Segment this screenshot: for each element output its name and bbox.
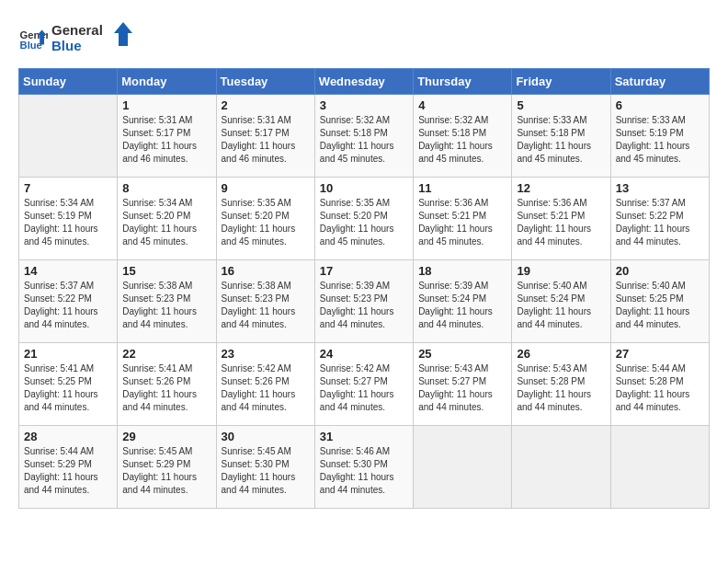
day-info: Sunrise: 5:42 AM Sunset: 5:26 PM Dayligh…	[222, 362, 310, 414]
week-row-5: 28Sunrise: 5:44 AM Sunset: 5:29 PM Dayli…	[19, 426, 710, 509]
day-info: Sunrise: 5:46 AM Sunset: 5:30 PM Dayligh…	[320, 445, 408, 497]
day-number: 2	[222, 98, 310, 112]
day-cell: 26Sunrise: 5:43 AM Sunset: 5:28 PM Dayli…	[512, 343, 610, 426]
svg-text:Blue: Blue	[51, 38, 82, 53]
svg-text:Blue: Blue	[20, 40, 42, 51]
col-header-thursday: Thursday	[414, 69, 512, 95]
day-number: 11	[418, 181, 506, 195]
col-header-saturday: Saturday	[610, 69, 709, 95]
day-number: 13	[616, 181, 704, 195]
day-info: Sunrise: 5:44 AM Sunset: 5:29 PM Dayligh…	[24, 445, 112, 497]
day-cell: 31Sunrise: 5:46 AM Sunset: 5:30 PM Dayli…	[314, 426, 413, 509]
day-number: 18	[418, 264, 506, 278]
day-info: Sunrise: 5:37 AM Sunset: 5:22 PM Dayligh…	[24, 280, 112, 331]
day-cell: 23Sunrise: 5:42 AM Sunset: 5:26 PM Dayli…	[216, 343, 314, 426]
day-info: Sunrise: 5:37 AM Sunset: 5:22 PM Dayligh…	[616, 197, 704, 248]
page-header: General Blue General Blue	[18, 18, 710, 59]
day-cell: 2Sunrise: 5:31 AM Sunset: 5:17 PM Daylig…	[216, 95, 314, 178]
day-number: 30	[222, 430, 310, 443]
day-number: 24	[320, 347, 408, 361]
header-row: SundayMondayTuesdayWednesdayThursdayFrid…	[19, 69, 710, 95]
day-info: Sunrise: 5:39 AM Sunset: 5:23 PM Dayligh…	[320, 280, 408, 331]
day-number: 19	[517, 264, 605, 278]
day-cell: 11Sunrise: 5:36 AM Sunset: 5:21 PM Dayli…	[414, 178, 512, 260]
day-number: 31	[320, 430, 408, 443]
day-info: Sunrise: 5:41 AM Sunset: 5:25 PM Dayligh…	[24, 362, 112, 414]
day-cell: 28Sunrise: 5:44 AM Sunset: 5:29 PM Dayli…	[19, 426, 118, 509]
day-cell: 4Sunrise: 5:32 AM Sunset: 5:18 PM Daylig…	[414, 95, 512, 178]
day-number: 17	[320, 264, 408, 278]
day-info: Sunrise: 5:35 AM Sunset: 5:20 PM Dayligh…	[320, 197, 408, 248]
week-row-3: 14Sunrise: 5:37 AM Sunset: 5:22 PM Dayli…	[19, 260, 710, 343]
day-info: Sunrise: 5:44 AM Sunset: 5:28 PM Dayligh…	[616, 362, 704, 414]
day-number: 23	[222, 347, 310, 361]
day-cell	[610, 426, 709, 509]
day-info: Sunrise: 5:34 AM Sunset: 5:20 PM Dayligh…	[122, 197, 210, 248]
day-cell: 6Sunrise: 5:33 AM Sunset: 5:19 PM Daylig…	[610, 95, 709, 178]
day-info: Sunrise: 5:33 AM Sunset: 5:19 PM Dayligh…	[616, 114, 704, 166]
day-number: 8	[122, 181, 210, 195]
day-info: Sunrise: 5:40 AM Sunset: 5:25 PM Dayligh…	[616, 280, 704, 331]
day-cell: 24Sunrise: 5:42 AM Sunset: 5:27 PM Dayli…	[314, 343, 413, 426]
day-cell: 7Sunrise: 5:34 AM Sunset: 5:19 PM Daylig…	[19, 178, 118, 260]
day-cell: 21Sunrise: 5:41 AM Sunset: 5:25 PM Dayli…	[19, 343, 118, 426]
day-info: Sunrise: 5:33 AM Sunset: 5:18 PM Dayligh…	[517, 114, 605, 166]
day-info: Sunrise: 5:45 AM Sunset: 5:29 PM Dayligh…	[122, 445, 210, 497]
day-info: Sunrise: 5:31 AM Sunset: 5:17 PM Dayligh…	[222, 114, 310, 166]
day-number: 25	[418, 347, 506, 361]
day-number: 15	[122, 264, 210, 278]
week-row-1: 1Sunrise: 5:31 AM Sunset: 5:17 PM Daylig…	[19, 95, 710, 178]
day-info: Sunrise: 5:43 AM Sunset: 5:27 PM Dayligh…	[418, 362, 506, 414]
day-number: 14	[24, 264, 112, 278]
day-cell: 29Sunrise: 5:45 AM Sunset: 5:29 PM Dayli…	[118, 426, 216, 509]
day-number: 10	[320, 181, 408, 195]
day-cell: 20Sunrise: 5:40 AM Sunset: 5:25 PM Dayli…	[610, 260, 709, 343]
day-number: 4	[418, 98, 506, 112]
day-number: 5	[517, 98, 605, 112]
day-info: Sunrise: 5:41 AM Sunset: 5:26 PM Dayligh…	[122, 362, 210, 414]
logo-svg: General Blue	[51, 18, 134, 55]
day-info: Sunrise: 5:36 AM Sunset: 5:21 PM Dayligh…	[517, 197, 605, 248]
day-cell: 25Sunrise: 5:43 AM Sunset: 5:27 PM Dayli…	[414, 343, 512, 426]
col-header-sunday: Sunday	[19, 69, 118, 95]
day-number: 1	[122, 98, 210, 112]
day-number: 28	[24, 430, 112, 443]
day-cell: 12Sunrise: 5:36 AM Sunset: 5:21 PM Dayli…	[512, 178, 610, 260]
day-info: Sunrise: 5:39 AM Sunset: 5:24 PM Dayligh…	[418, 280, 506, 331]
svg-text:General: General	[51, 22, 103, 38]
day-cell: 16Sunrise: 5:38 AM Sunset: 5:23 PM Dayli…	[216, 260, 314, 343]
day-cell: 1Sunrise: 5:31 AM Sunset: 5:17 PM Daylig…	[118, 95, 216, 178]
day-cell: 17Sunrise: 5:39 AM Sunset: 5:23 PM Dayli…	[314, 260, 413, 343]
day-info: Sunrise: 5:34 AM Sunset: 5:19 PM Dayligh…	[24, 197, 112, 248]
day-info: Sunrise: 5:38 AM Sunset: 5:23 PM Dayligh…	[222, 280, 310, 331]
day-number: 22	[122, 347, 210, 361]
week-row-4: 21Sunrise: 5:41 AM Sunset: 5:25 PM Dayli…	[19, 343, 710, 426]
day-number: 29	[122, 430, 210, 443]
day-number: 21	[24, 347, 112, 361]
day-info: Sunrise: 5:36 AM Sunset: 5:21 PM Dayligh…	[418, 197, 506, 248]
col-header-friday: Friday	[512, 69, 610, 95]
day-cell: 14Sunrise: 5:37 AM Sunset: 5:22 PM Dayli…	[19, 260, 118, 343]
day-number: 26	[517, 347, 605, 361]
day-number: 7	[24, 181, 112, 195]
day-info: Sunrise: 5:38 AM Sunset: 5:23 PM Dayligh…	[122, 280, 210, 331]
day-cell: 3Sunrise: 5:32 AM Sunset: 5:18 PM Daylig…	[314, 95, 413, 178]
day-info: Sunrise: 5:31 AM Sunset: 5:17 PM Dayligh…	[122, 114, 210, 166]
day-number: 20	[616, 264, 704, 278]
logo: General Blue General Blue	[18, 18, 134, 59]
day-cell: 10Sunrise: 5:35 AM Sunset: 5:20 PM Dayli…	[314, 178, 413, 260]
day-number: 6	[616, 98, 704, 112]
day-cell: 13Sunrise: 5:37 AM Sunset: 5:22 PM Dayli…	[610, 178, 709, 260]
day-number: 12	[517, 181, 605, 195]
day-cell: 18Sunrise: 5:39 AM Sunset: 5:24 PM Dayli…	[414, 260, 512, 343]
col-header-tuesday: Tuesday	[216, 69, 314, 95]
svg-marker-5	[114, 22, 132, 46]
day-number: 9	[222, 181, 310, 195]
day-info: Sunrise: 5:45 AM Sunset: 5:30 PM Dayligh…	[222, 445, 310, 497]
day-cell	[19, 95, 118, 178]
day-number: 27	[616, 347, 704, 361]
col-header-monday: Monday	[118, 69, 216, 95]
col-header-wednesday: Wednesday	[314, 69, 413, 95]
day-cell: 9Sunrise: 5:35 AM Sunset: 5:20 PM Daylig…	[216, 178, 314, 260]
day-info: Sunrise: 5:35 AM Sunset: 5:20 PM Dayligh…	[222, 197, 310, 248]
